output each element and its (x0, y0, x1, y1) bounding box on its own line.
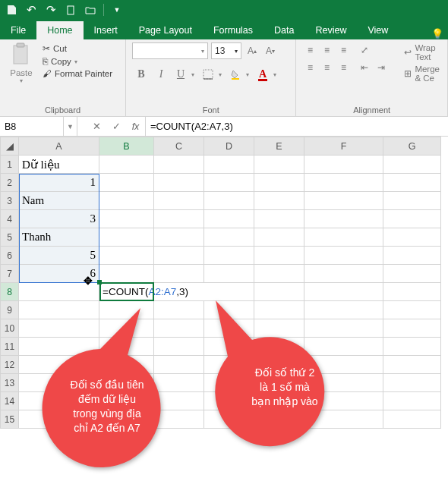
svg-rect-2 (17, 43, 24, 47)
group-clipboard: Paste ▾ ✂ Cut ⎘ Copy ▾ 🖌 Format Painter (0, 39, 126, 116)
cell-a6[interactable]: 5 (19, 247, 99, 265)
row-header-2[interactable]: 2 (1, 174, 19, 192)
cell-b1[interactable] (99, 156, 154, 174)
merge-icon: ⊞ (404, 68, 412, 79)
cell-a3[interactable]: Nam (19, 192, 99, 210)
open-icon[interactable] (82, 2, 99, 18)
cell-a2[interactable]: 1 (19, 174, 99, 192)
fx-icon[interactable]: fx (126, 117, 146, 136)
name-box-dropdown-icon[interactable]: ▼ (64, 117, 77, 136)
row-header-6[interactable]: 6 (1, 247, 19, 265)
tab-home[interactable]: Home (36, 21, 83, 39)
font-name-combo[interactable]: ▾ (132, 42, 208, 59)
font-size-value: 13 (215, 46, 225, 56)
wrap-text-button[interactable]: ↩ Wrap Text (402, 42, 441, 62)
cell-a8[interactable] (19, 283, 99, 301)
cell-a7[interactable]: 6 (19, 265, 99, 283)
align-center-icon[interactable]: ≡ (319, 60, 334, 75)
col-header-e[interactable]: E (254, 137, 304, 156)
cell-b2[interactable] (99, 174, 154, 192)
formula-input[interactable]: =COUNT(A2:A7,3) (146, 117, 448, 136)
row-header-4[interactable]: 4 (1, 210, 19, 228)
font-size-combo[interactable]: 13▾ (211, 42, 241, 59)
tab-formulas[interactable]: Formulas (203, 21, 263, 39)
enter-formula-icon[interactable]: ✓ (106, 117, 126, 136)
cell-a5[interactable]: Thanh (19, 228, 99, 247)
cut-label: Cut (53, 44, 67, 53)
new-icon[interactable] (62, 2, 79, 18)
cell-a4[interactable]: 3 (19, 210, 99, 228)
row-header-11[interactable]: 11 (1, 338, 19, 356)
formula-suffix: ) (185, 286, 188, 297)
paste-button[interactable]: Paste ▾ (6, 42, 36, 104)
row-header-9[interactable]: 9 (1, 301, 19, 319)
col-header-f[interactable]: F (304, 137, 383, 156)
align-left-icon[interactable]: ≡ (302, 60, 317, 75)
redo-icon[interactable]: ↷ (43, 2, 59, 18)
save-icon[interactable] (3, 2, 20, 18)
align-bottom-icon[interactable]: ≡ (336, 42, 351, 58)
help-icon[interactable]: 💡 (431, 28, 443, 39)
scissors-icon: ✂ (43, 43, 50, 54)
font-color-button[interactable]: A (254, 67, 272, 82)
col-header-g[interactable]: G (383, 137, 441, 156)
brush-icon: 🖌 (43, 69, 52, 78)
group-alignment: ≡ ≡ ≡ ⤢ ≡ ≡ ≡ ⇤ ⇥ ↩ Wrap Text (296, 39, 448, 116)
bold-button[interactable]: B (132, 67, 150, 82)
decrease-font-icon[interactable]: A▾ (263, 43, 278, 58)
italic-button[interactable]: I (152, 67, 170, 82)
col-header-c[interactable]: C (154, 137, 204, 156)
selection-handle[interactable] (97, 280, 102, 285)
tab-insert[interactable]: Insert (84, 21, 128, 39)
callout-2: Đối số thứ 2 là 1 số mà bạn nhập vào (205, 296, 357, 448)
row-header-7[interactable]: 7 (1, 265, 19, 283)
border-button[interactable] (199, 67, 217, 82)
cancel-formula-icon[interactable]: ✕ (87, 117, 106, 136)
row-header-15[interactable]: 15 (1, 410, 19, 429)
format-painter-button[interactable]: 🖌 Format Painter (41, 68, 114, 79)
svg-rect-0 (68, 6, 74, 14)
row-header-8[interactable]: 8 (1, 283, 19, 301)
row-header-10[interactable]: 10 (1, 319, 19, 338)
tab-file[interactable]: File (0, 21, 36, 39)
row-header-12[interactable]: 12 (1, 356, 19, 374)
cell-a1[interactable]: Dữ liệu (19, 156, 99, 174)
decrease-indent-icon[interactable]: ⇤ (357, 60, 372, 75)
tab-view[interactable]: View (357, 21, 399, 39)
copy-label: Copy (51, 57, 71, 66)
align-top-icon[interactable]: ≡ (302, 42, 317, 58)
ribbon: Paste ▾ ✂ Cut ⎘ Copy ▾ 🖌 Format Painter (0, 39, 448, 117)
alignment-group-label: Alignment (302, 104, 441, 115)
row-header-5[interactable]: 5 (1, 228, 19, 247)
name-box[interactable]: B8 (0, 117, 64, 136)
merge-button[interactable]: ⊞ Merge & Ce (402, 64, 441, 83)
copy-button[interactable]: ⎘ Copy ▾ (41, 56, 114, 67)
tab-data[interactable]: Data (263, 21, 304, 39)
col-header-b[interactable]: B (99, 137, 154, 156)
paste-label: Paste (10, 68, 32, 77)
row-header-14[interactable]: 14 (1, 392, 19, 410)
orientation-icon[interactable]: ⤢ (357, 42, 372, 58)
select-all-corner[interactable]: ◢ (1, 137, 19, 156)
qat-customize-icon[interactable]: ▼ (109, 2, 125, 18)
copy-icon: ⎘ (43, 57, 48, 66)
ribbon-tabs: File Home Insert Page Layout Formulas Da… (0, 20, 448, 39)
col-header-a[interactable]: A (19, 137, 99, 156)
align-middle-icon[interactable]: ≡ (319, 42, 334, 58)
svg-rect-1 (14, 46, 27, 64)
increase-indent-icon[interactable]: ⇥ (374, 60, 389, 75)
fill-color-button[interactable] (226, 67, 245, 82)
row-header-1[interactable]: 1 (1, 156, 19, 174)
spreadsheet-grid: ◢ A B C D E F G 1Dữ liệu 21 3Nam 43 5Tha… (0, 137, 448, 429)
row-header-3[interactable]: 3 (1, 192, 19, 210)
align-right-icon[interactable]: ≡ (336, 60, 351, 75)
tab-review[interactable]: Review (304, 21, 357, 39)
increase-font-icon[interactable]: A▴ (245, 43, 260, 58)
formula-prefix: =COUNT( (103, 286, 148, 297)
tab-page-layout[interactable]: Page Layout (128, 21, 203, 39)
col-header-d[interactable]: D (204, 137, 254, 156)
cut-button[interactable]: ✂ Cut (41, 42, 114, 55)
row-header-13[interactable]: 13 (1, 374, 19, 392)
undo-icon[interactable]: ↶ (23, 2, 39, 18)
underline-button[interactable]: U (172, 67, 190, 82)
